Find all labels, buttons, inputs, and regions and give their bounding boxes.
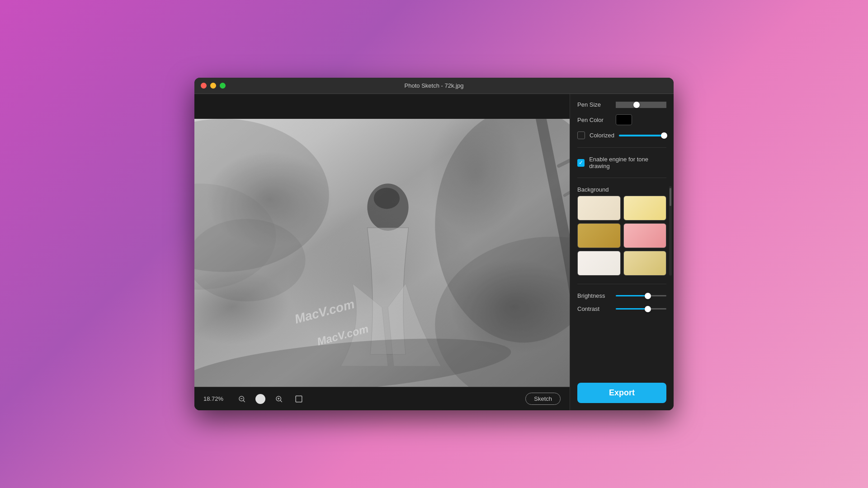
background-label: Background	[577, 186, 666, 193]
bottom-bar: 18.72% Sketch	[194, 387, 570, 410]
pen-color-label: Pen Color	[577, 117, 611, 123]
pen-color-row: Pen Color	[577, 114, 666, 125]
sketch-mode-button[interactable]: Sketch	[525, 393, 561, 405]
pen-size-row: Pen Size	[577, 101, 666, 108]
colorized-slider-wrap	[619, 135, 666, 136]
background-swatch-4[interactable]	[623, 223, 667, 248]
pen-size-label: Pen Size	[577, 101, 611, 108]
fit-screen-button[interactable]	[292, 393, 305, 405]
maximize-button[interactable]	[220, 83, 226, 89]
window-title: Photo Sketch - 72k.jpg	[405, 82, 464, 89]
brightness-slider[interactable]	[616, 295, 666, 296]
pen-color-swatch[interactable]	[616, 114, 632, 125]
window-body: MacV.com MacV.com 18.72% Sketch	[194, 94, 674, 410]
right-panel: Pen Size Pen Color Colorized	[570, 94, 674, 410]
checkmark-icon: ✓	[579, 160, 583, 165]
minimize-button[interactable]	[210, 83, 216, 89]
svg-point-4	[374, 188, 400, 209]
colorized-label: Colorized	[590, 132, 614, 139]
colorized-checkbox[interactable]	[577, 131, 585, 139]
zoom-percent: 18.72%	[203, 395, 228, 402]
engine-checkbox-row: ✓ Enable engine for tone drawing	[577, 156, 666, 169]
pen-size-slider-container	[616, 104, 666, 105]
zoom-circle	[255, 394, 265, 404]
engine-checkbox[interactable]: ✓	[577, 159, 585, 167]
background-section: Background	[577, 186, 666, 276]
engine-label: Enable engine for tone drawing	[589, 156, 666, 169]
fit-screen-icon	[295, 395, 303, 403]
divider-2	[577, 178, 666, 178]
contrast-label: Contrast	[577, 305, 611, 312]
bg-scrollbar[interactable]	[669, 186, 672, 276]
brightness-row: Brightness	[577, 292, 666, 299]
pen-size-slider[interactable]	[616, 104, 666, 105]
background-grid	[577, 196, 666, 276]
zoom-in-button[interactable]	[273, 393, 285, 405]
top-spacer	[194, 94, 570, 119]
background-swatch-1[interactable]	[577, 196, 621, 221]
export-button[interactable]: Export	[577, 383, 666, 403]
sketch-svg	[194, 119, 570, 387]
contrast-row: Contrast	[577, 305, 666, 312]
traffic-lights	[201, 83, 226, 89]
brightness-label: Brightness	[577, 292, 611, 299]
bg-scrollbar-thumb	[670, 188, 671, 206]
contrast-slider[interactable]	[616, 308, 666, 310]
background-swatch-3[interactable]	[577, 223, 621, 248]
app-window: Photo Sketch - 72k.jpg	[194, 78, 674, 410]
contrast-slider-container	[616, 308, 666, 310]
close-button[interactable]	[201, 83, 207, 89]
sketch-image: MacV.com MacV.com	[194, 119, 570, 387]
title-bar: Photo Sketch - 72k.jpg	[194, 78, 674, 94]
background-swatch-5[interactable]	[577, 251, 621, 276]
svg-line-10	[243, 400, 245, 402]
svg-rect-15	[296, 396, 302, 402]
background-swatch-2[interactable]	[623, 196, 667, 221]
zoom-out-button[interactable]	[236, 393, 248, 405]
background-swatch-6[interactable]	[623, 251, 667, 276]
divider-3	[577, 284, 666, 284]
svg-line-14	[280, 400, 282, 402]
divider-1	[577, 147, 666, 148]
colorized-thumb	[661, 132, 667, 139]
brightness-slider-container	[616, 295, 666, 296]
sketch-canvas[interactable]: MacV.com MacV.com	[194, 119, 570, 387]
zoom-in-icon	[275, 395, 283, 403]
colorized-row: Colorized	[577, 131, 666, 139]
canvas-area: MacV.com MacV.com 18.72% Sketch	[194, 94, 570, 410]
zoom-out-icon	[238, 395, 246, 403]
